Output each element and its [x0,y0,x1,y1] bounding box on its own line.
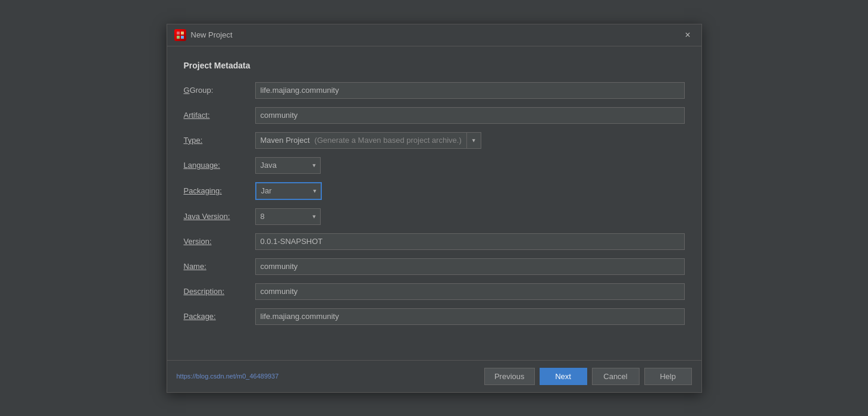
java-version-label: Java Version: [184,212,255,221]
version-row: Version: [184,233,685,250]
name-row: Name: [184,258,685,275]
artifact-input[interactable] [255,107,685,124]
group-row: GGroup: [184,82,685,99]
description-input[interactable] [255,283,685,300]
version-label: Version: [184,237,255,246]
svg-rect-1 [181,32,184,35]
packaging-label: Packaging: [184,186,255,195]
footer-link: https://blog.csdn.net/m0_46489937 [177,373,480,380]
new-project-dialog: New Project × Project Metadata GGroup: A… [167,24,702,393]
description-row: Description: [184,283,685,300]
packaging-select[interactable]: Jar War [256,183,321,199]
type-label: Type: [184,136,255,145]
version-input[interactable] [255,233,685,250]
next-button[interactable]: Next [540,368,587,385]
svg-rect-0 [177,32,180,35]
dialog-title: New Project [191,30,233,39]
type-row: Type: Maven Project (Generate a Maven ba… [184,132,685,149]
cancel-button[interactable]: Cancel [592,368,640,385]
language-select-wrapper[interactable]: Java Kotlin Groovy [255,157,321,174]
package-input[interactable] [255,308,685,325]
java-version-select-wrapper[interactable]: 8 11 17 [255,208,321,225]
dialog-content: Project Metadata GGroup: Artifact: Type:… [167,46,701,360]
title-bar: New Project × [167,24,701,46]
type-sub: (Generate a Maven based project archive.… [315,136,462,145]
language-row: Language: Java Kotlin Groovy [184,157,685,174]
package-label: Package: [184,312,255,321]
description-label: Description: [184,287,255,296]
language-label: Language: [184,161,255,170]
svg-rect-2 [177,36,180,39]
name-label: Name: [184,262,255,271]
group-input[interactable] [255,82,685,99]
artifact-label: Artifact: [184,111,255,120]
group-label: GGroup: [184,86,255,95]
app-icon [174,29,186,41]
packaging-row: Packaging: Jar War [184,182,685,200]
section-title: Project Metadata [184,61,685,70]
svg-rect-3 [181,36,184,39]
artifact-row: Artifact: [184,107,685,124]
name-input[interactable] [255,258,685,275]
java-version-row: Java Version: 8 11 17 [184,208,685,225]
help-button[interactable]: Help [644,368,692,385]
package-row: Package: [184,308,685,325]
close-button[interactable]: × [681,29,694,41]
java-version-select[interactable]: 8 11 17 [255,208,321,225]
previous-button[interactable]: Previous [484,368,535,385]
type-main: Maven Project [261,136,310,145]
dialog-footer: https://blog.csdn.net/m0_46489937 Previo… [167,360,701,392]
packaging-select-wrapper[interactable]: Jar War [255,182,322,200]
language-select[interactable]: Java Kotlin Groovy [255,157,321,174]
type-dropdown-button[interactable]: ▼ [467,132,481,149]
type-select-display: Maven Project (Generate a Maven based pr… [255,132,467,149]
type-select-wrapper[interactable]: Maven Project (Generate a Maven based pr… [255,132,481,149]
